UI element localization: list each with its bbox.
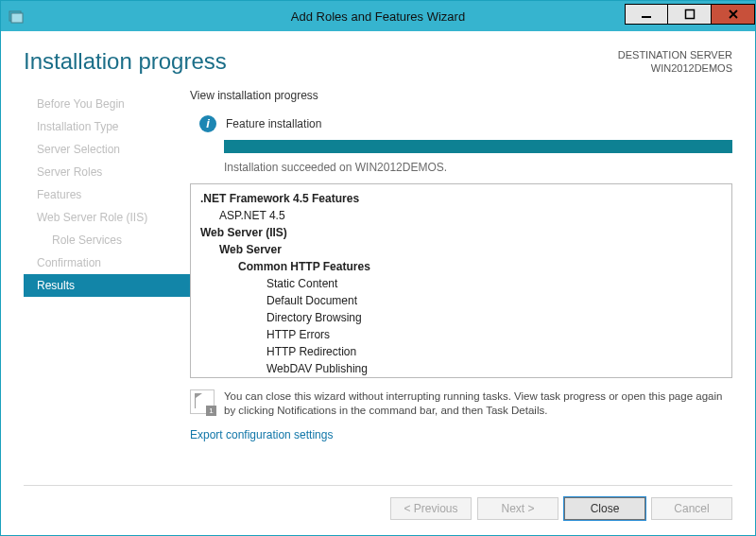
- export-config-link[interactable]: Export configuration settings: [190, 428, 732, 441]
- wizard-step-server-roles: Server Roles: [24, 161, 190, 183]
- status-text: Feature installation: [226, 117, 321, 130]
- header: Installation progress DESTINATION SERVER…: [24, 48, 732, 76]
- wizard-step-results: Results: [24, 274, 190, 297]
- previous-button[interactable]: < Previous: [390, 497, 472, 520]
- info-icon: i: [199, 115, 216, 132]
- installed-features-list[interactable]: .NET Framework 4.5 FeaturesASP.NET 4.5We…: [190, 183, 732, 378]
- results-pane: View installation progress i Feature ins…: [190, 89, 732, 472]
- wizard-step-confirmation: Confirmation: [24, 251, 190, 274]
- feature-item: .NET Framework 4.5 Features: [200, 190, 730, 207]
- feature-item: Directory Browsing: [200, 309, 730, 326]
- cancel-button[interactable]: Cancel: [651, 497, 732, 520]
- minimize-button[interactable]: [625, 4, 668, 25]
- wizard-window: Add Roles and Features Wizard Installati…: [0, 0, 756, 536]
- note-row: 1 You can close this wizard without inte…: [190, 389, 732, 419]
- svg-rect-3: [685, 9, 694, 18]
- titlebar[interactable]: Add Roles and Features Wizard: [1, 1, 755, 31]
- notifications-badge: 1: [206, 406, 216, 416]
- close-button[interactable]: Close: [564, 497, 645, 520]
- footer-buttons: < Previous Next > Close Cancel: [24, 485, 732, 520]
- window-controls: [625, 9, 755, 25]
- main: Before You BeginInstallation TypeServer …: [24, 89, 732, 472]
- note-text: You can close this wizard without interr…: [224, 389, 732, 419]
- feature-item: HTTP Errors: [200, 326, 730, 343]
- next-button[interactable]: Next >: [477, 497, 558, 520]
- feature-item: Web Server: [200, 241, 730, 258]
- destination-label: DESTINATION SERVER: [618, 48, 732, 61]
- feature-item: Default Document: [200, 292, 730, 309]
- wizard-step-features: Features: [24, 183, 190, 206]
- destination-server: WIN2012DEMOS: [618, 61, 732, 75]
- notifications-icon: 1: [190, 389, 215, 414]
- window-close-button[interactable]: [712, 4, 755, 25]
- wizard-step-before-you-begin: Before You Begin: [24, 93, 190, 115]
- feature-item: Static Content: [200, 275, 730, 292]
- progress-bar: [224, 140, 732, 153]
- svg-rect-1: [11, 13, 23, 23]
- feature-item: HTTP Redirection: [200, 343, 730, 360]
- pane-heading: View installation progress: [190, 89, 732, 102]
- wizard-step-installation-type: Installation Type: [24, 115, 190, 138]
- svg-rect-2: [642, 16, 651, 18]
- content-area: Installation progress DESTINATION SERVER…: [1, 31, 755, 535]
- feature-item: WebDAV Publishing: [200, 360, 730, 377]
- feature-item: ASP.NET 4.5: [200, 207, 730, 224]
- page-title: Installation progress: [24, 48, 227, 75]
- status-row: i Feature installation: [190, 115, 732, 132]
- wizard-steps: Before You BeginInstallation TypeServer …: [24, 89, 190, 472]
- wizard-step-web-server-role-iis: Web Server Role (IIS): [24, 206, 190, 229]
- feature-item: Common HTTP Features: [200, 258, 730, 275]
- destination-server-info: DESTINATION SERVER WIN2012DEMOS: [618, 48, 732, 76]
- status-message: Installation succeeded on WIN2012DEMOS.: [224, 161, 732, 174]
- wizard-step-server-selection: Server Selection: [24, 138, 190, 161]
- wizard-step-role-services: Role Services: [24, 229, 190, 251]
- feature-item: Web Server (IIS): [200, 224, 730, 241]
- app-icon: [9, 9, 24, 24]
- maximize-button[interactable]: [668, 4, 712, 25]
